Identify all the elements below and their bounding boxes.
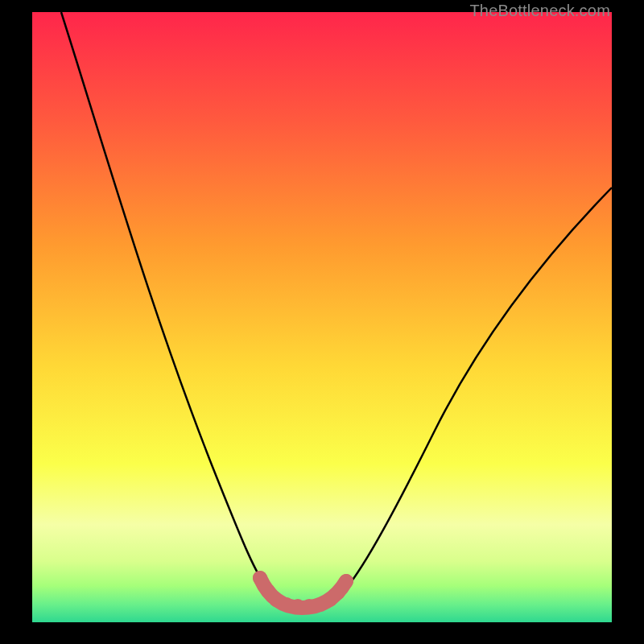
plot-area — [32, 12, 612, 622]
gradient-background — [32, 12, 612, 622]
chart-svg — [32, 12, 612, 622]
attribution-text: TheBottleneck.com — [469, 2, 610, 20]
chart-frame: TheBottleneck.com — [0, 0, 644, 644]
